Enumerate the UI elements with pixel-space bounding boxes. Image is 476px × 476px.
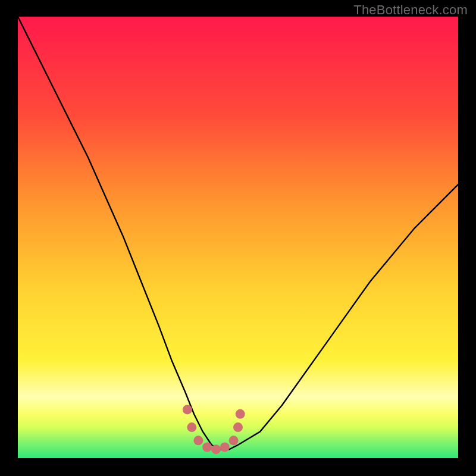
- optimum-dot: [236, 409, 245, 419]
- optimum-dot: [220, 443, 230, 452]
- gradient-bg: [18, 17, 458, 458]
- optimum-dot: [233, 422, 243, 432]
- chart-frame: TheBottleneck.com: [0, 0, 476, 476]
- plot-area: [18, 17, 458, 458]
- optimum-dot: [202, 443, 212, 452]
- bottleneck-chart: [18, 17, 458, 458]
- optimum-dot: [183, 405, 192, 414]
- optimum-dot: [229, 436, 239, 445]
- optimum-dot: [193, 436, 203, 445]
- optimum-dot: [187, 422, 196, 432]
- watermark-text: TheBottleneck.com: [353, 2, 468, 18]
- optimum-dot: [211, 444, 221, 454]
